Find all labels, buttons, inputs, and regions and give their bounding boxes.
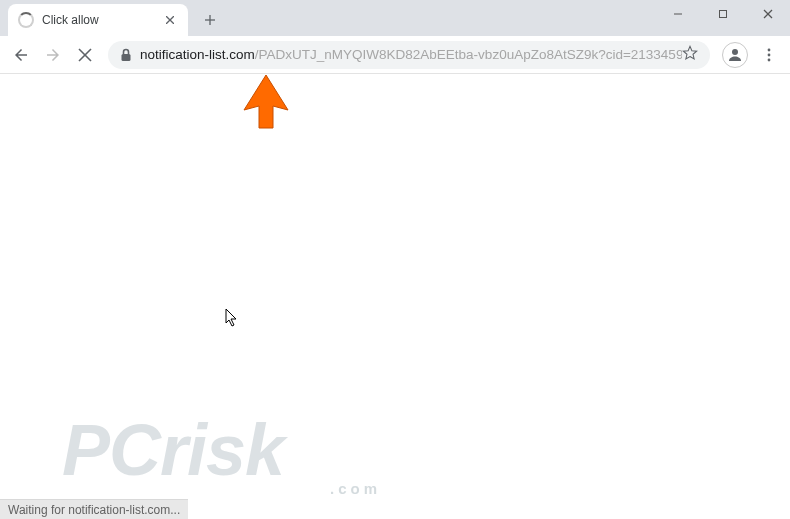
status-text: Waiting for notification-list.com...	[8, 503, 180, 517]
svg-point-11	[732, 49, 738, 55]
browser-window: Click allow notification-list.com/PADxUT…	[0, 0, 790, 519]
tab-close-button[interactable]	[162, 12, 178, 28]
address-bar[interactable]: notification-list.com/PADxUTJ_nMYQIW8KD8…	[108, 41, 710, 69]
page-content: PCrisk .com Waiting for notification-lis…	[0, 74, 790, 519]
browser-menu-button[interactable]	[754, 40, 784, 70]
svg-point-13	[768, 53, 771, 56]
bookmark-star-icon[interactable]	[682, 45, 698, 65]
svg-point-12	[768, 48, 771, 51]
toolbar: notification-list.com/PADxUTJ_nMYQIW8KD8…	[0, 36, 790, 74]
maximize-button[interactable]	[700, 0, 745, 28]
status-bar: Waiting for notification-list.com...	[0, 499, 188, 519]
new-tab-button[interactable]	[196, 6, 224, 34]
loading-spinner-icon	[18, 12, 34, 28]
tab-title: Click allow	[42, 13, 162, 27]
svg-point-14	[768, 58, 771, 61]
active-tab[interactable]: Click allow	[8, 4, 188, 36]
pointer-arrow-annotation	[242, 74, 290, 130]
svg-marker-16	[226, 309, 236, 326]
watermark-logo: PCrisk .com	[62, 409, 284, 491]
svg-marker-15	[244, 75, 288, 128]
profile-avatar-button[interactable]	[722, 42, 748, 68]
forward-button[interactable]	[38, 40, 68, 70]
mouse-cursor-icon	[225, 308, 239, 328]
svg-rect-1	[719, 11, 726, 18]
stop-reload-button[interactable]	[70, 40, 100, 70]
url-path: /PADxUTJ_nMYQIW8KD82AbEEtba-vbz0uApZo8At…	[255, 47, 682, 62]
back-button[interactable]	[6, 40, 36, 70]
watermark-dotcom: .com	[330, 480, 381, 497]
svg-rect-10	[122, 54, 131, 61]
lock-icon	[120, 48, 132, 62]
watermark-text: PCrisk	[62, 410, 284, 490]
minimize-button[interactable]	[655, 0, 700, 28]
url-domain: notification-list.com	[140, 47, 255, 62]
window-controls	[655, 0, 790, 28]
close-window-button[interactable]	[745, 0, 790, 28]
url-text: notification-list.com/PADxUTJ_nMYQIW8KD8…	[140, 47, 682, 62]
